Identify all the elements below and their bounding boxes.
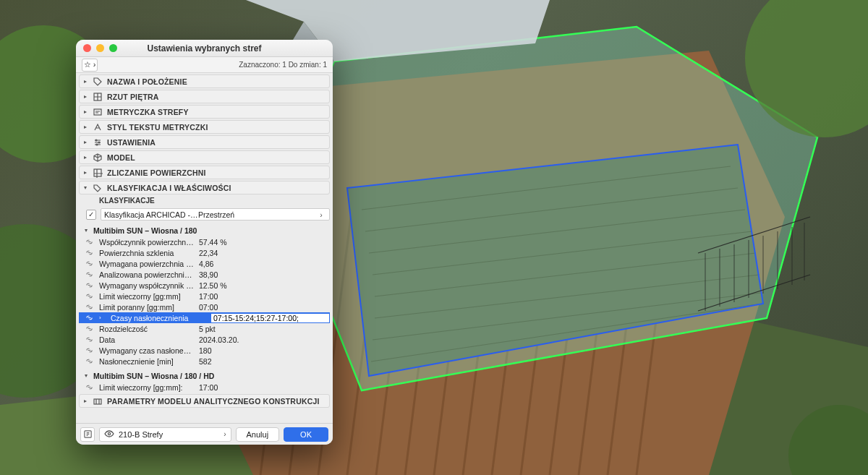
- ok-button[interactable]: OK: [284, 427, 328, 442]
- property-row[interactable]: Współczynnik powierzchni…57.44 %: [79, 236, 330, 247]
- layer-selector[interactable]: 210-B Strefy ›: [99, 427, 231, 442]
- chevron-right-icon: ›: [99, 314, 106, 321]
- titlebar[interactable]: Ustawienia wybranych stref: [76, 40, 333, 57]
- close-icon[interactable]: [83, 44, 91, 52]
- area-icon: [93, 168, 103, 178]
- property-key: Nasłonecznienie [min]: [99, 357, 195, 366]
- link-icon: [83, 325, 95, 333]
- section-analytical[interactable]: PARAMETRY MODELU ANALITYCZNEGO KONSTRUKC…: [79, 394, 330, 408]
- classification-row: ✓ Klasyfikacja ARCHICAD - v… Przestrzeń …: [79, 207, 330, 221]
- property-key: Wymagany współczynnik p…: [99, 281, 195, 290]
- dialog-footer: 210-B Strefy › Anuluj OK: [76, 423, 333, 445]
- property-value[interactable]: 180: [199, 346, 330, 355]
- property-value[interactable]: 12.50 %: [199, 281, 330, 290]
- tags-icon: [93, 183, 103, 193]
- property-key: Data: [99, 335, 195, 344]
- property-key: Współczynnik powierzchni…: [99, 238, 195, 247]
- dialog-body[interactable]: NAZWA I POŁOŻENIE RZUT PIĘTRA METRYCZKA …: [76, 73, 333, 423]
- property-value[interactable]: 582: [199, 357, 330, 366]
- link-icon: [83, 260, 95, 268]
- property-value[interactable]: 2024.03.20.: [199, 335, 330, 344]
- property-row[interactable]: Wymagany czas nasłonec…180: [79, 345, 330, 356]
- property-value[interactable]: 07:00: [199, 303, 330, 312]
- property-row[interactable]: ›Czasy nasłonecznienia07:15-15:24;15:27-…: [79, 312, 330, 323]
- property-group-header[interactable]: Multibim SUN – Wiosna / 180: [79, 224, 330, 236]
- property-key: Limit wieczorny [gg:mm]: [99, 292, 195, 301]
- link-icon: [83, 238, 95, 246]
- property-value[interactable]: 17:00: [199, 292, 330, 301]
- property-key: Powierzchnia szklenia: [99, 249, 195, 257]
- svg-point-51: [108, 432, 110, 435]
- link-icon: [83, 335, 95, 343]
- selection-status: Zaznaczono: 1 Do zmian: 1: [239, 61, 327, 69]
- link-icon: [83, 292, 95, 300]
- text-style-icon: [93, 122, 103, 132]
- svg-rect-49: [94, 399, 101, 404]
- property-row[interactable]: Analizowana powierzchni…38,90: [79, 269, 330, 280]
- group-name: Multibim SUN – Wiosna / 180: [93, 226, 197, 235]
- property-value[interactable]: 07:15-15:24;15:27-17:00;: [210, 313, 330, 323]
- section-model[interactable]: MODEL: [79, 150, 330, 164]
- eye-icon: [104, 429, 114, 440]
- classification-field[interactable]: Klasyfikacja ARCHICAD - v… Przestrzeń ›: [101, 208, 330, 221]
- property-row[interactable]: Powierzchnia szklenia22,34: [79, 247, 330, 258]
- minimize-icon[interactable]: [96, 44, 104, 52]
- section-floor-plan[interactable]: RZUT PIĘTRA: [79, 90, 330, 103]
- zoom-icon[interactable]: [109, 44, 117, 52]
- sliders-icon: [93, 137, 103, 147]
- svg-rect-48: [94, 169, 101, 176]
- link-icon: [83, 303, 95, 311]
- favorites-button[interactable]: ☆ ›: [82, 59, 98, 72]
- property-value[interactable]: 57.44 %: [199, 238, 330, 247]
- property-value[interactable]: 4,86: [199, 260, 330, 268]
- property-key: Czasy nasłonecznienia: [111, 314, 206, 322]
- property-key: Limit wieczorny [gg:mm]:: [99, 383, 195, 392]
- property-value[interactable]: 17:00: [199, 383, 330, 392]
- link-icon: [83, 270, 95, 278]
- property-key: Rozdzielczość: [99, 325, 195, 333]
- property-row[interactable]: Rozdzielczość5 pkt: [79, 323, 330, 334]
- link-icon: [83, 346, 95, 354]
- property-key: Wymagany czas nasłonec…: [99, 346, 195, 355]
- chevron-right-icon[interactable]: ›: [316, 210, 326, 219]
- section-settings[interactable]: USTAWIENIA: [79, 135, 330, 149]
- classifications-heading: KLASYFIKACJE: [79, 194, 330, 207]
- toolbar: ☆ › Zaznaczono: 1 Do zmian: 1: [76, 57, 333, 73]
- section-name-position[interactable]: NAZWA I POŁOŻENIE: [79, 74, 330, 88]
- property-row[interactable]: Data2024.03.20.: [79, 334, 330, 345]
- chevron-right-icon[interactable]: ›: [224, 430, 226, 438]
- cancel-button[interactable]: Anuluj: [236, 427, 280, 442]
- section-zone-stamp[interactable]: METRYCZKA STREFY: [79, 105, 330, 119]
- zone-settings-dialog: Ustawienia wybranych stref ☆ › Zaznaczon…: [76, 40, 333, 445]
- link-icon: [83, 357, 95, 365]
- property-value[interactable]: 38,90: [199, 270, 330, 279]
- favorite-preset-button[interactable]: [80, 427, 95, 442]
- group-name: Multibim SUN – Wiosna / 180 / HD: [93, 372, 214, 380]
- link-icon: [83, 314, 95, 322]
- property-key: Wymagana powierzchnia o…: [99, 260, 195, 268]
- section-classification[interactable]: KLASYFIKACJA I WŁAŚCIWOŚCI: [79, 181, 330, 194]
- link-icon: [83, 249, 95, 257]
- property-row[interactable]: Limit wieczorny [gg:mm]17:00: [79, 291, 330, 301]
- property-row[interactable]: Wymagany współczynnik p…12.50 %: [79, 280, 330, 291]
- property-row[interactable]: Limit wieczorny [gg:mm]:17:00: [79, 382, 330, 393]
- property-row[interactable]: Nasłonecznienie [min]582: [79, 356, 330, 367]
- property-key: Analizowana powierzchni…: [99, 270, 195, 279]
- property-row[interactable]: Wymagana powierzchnia o…4,86: [79, 258, 330, 269]
- classification-checkbox[interactable]: ✓: [86, 210, 96, 220]
- link-icon: [83, 281, 95, 289]
- analytical-icon: [93, 396, 103, 406]
- tag-icon: [93, 77, 103, 87]
- section-stamp-style[interactable]: STYL TEKSTU METRYCZKI: [79, 120, 330, 134]
- layer-name: 210-B Strefy: [119, 430, 163, 439]
- property-row[interactable]: Limit poranny [gg:mm]07:00: [79, 301, 330, 312]
- property-group-header[interactable]: Multibim SUN – Wiosna / 180 / HD: [79, 369, 330, 382]
- floorplan-icon: [93, 92, 103, 102]
- link-icon: [83, 383, 95, 391]
- stamp-icon: [93, 107, 103, 117]
- property-value[interactable]: 5 pkt: [199, 325, 330, 333]
- property-value[interactable]: 22,34: [199, 249, 330, 257]
- svg-rect-44: [94, 109, 101, 115]
- property-key: Limit poranny [gg:mm]: [99, 303, 195, 312]
- section-area-calc[interactable]: ZLICZANIE POWIERZCHNI: [79, 166, 330, 179]
